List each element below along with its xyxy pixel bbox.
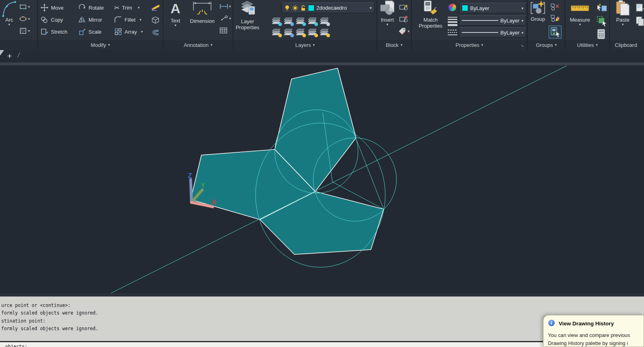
layer-lock-button[interactable]: [308, 18, 318, 26]
match-properties-button[interactable]: Match Properties: [415, 0, 446, 29]
layer-dropdown-caret-icon: ▾: [370, 6, 372, 10]
scale-button[interactable]: Scale: [78, 26, 102, 37]
properties-dialog-launcher-icon[interactable]: ↘: [521, 43, 524, 48]
layer-on-button[interactable]: [272, 29, 282, 37]
trim-button[interactable]: ✂ Trim ▾: [114, 2, 139, 13]
copy-clip-button[interactable]: [636, 16, 644, 26]
stretch-label: Stretch: [51, 29, 67, 35]
object-color-value: ByLayer: [470, 5, 489, 11]
insert-icon: [380, 0, 395, 17]
hatch-caret-icon: ▾: [28, 29, 30, 33]
array-button[interactable]: Array ▾: [114, 26, 143, 37]
fillet-caret-icon: ▾: [139, 18, 141, 22]
trim-caret-icon: ▾: [138, 6, 140, 10]
measure-ruler-icon: [570, 0, 590, 17]
panel-clipboard: Paste ▾ ✂ Clipboard: [610, 0, 644, 50]
copy-button[interactable]: Copy: [40, 14, 63, 25]
linetype-dropdown[interactable]: ByLayer ▾: [459, 27, 526, 38]
ungroup-button[interactable]: [550, 3, 560, 11]
group-selection-toggle[interactable]: [549, 26, 561, 38]
dimension-button[interactable]: Dimension: [186, 0, 219, 24]
lineweight-dropdown[interactable]: ByLayer ▾: [459, 15, 526, 26]
leader-caret-icon: ▾: [229, 17, 231, 20]
stretch-button[interactable]: Stretch: [40, 26, 67, 37]
scale-label: Scale: [89, 29, 102, 35]
panel-utilities-label[interactable]: Utilities ▾: [566, 40, 609, 50]
rotate-button[interactable]: Rotate: [78, 2, 104, 13]
layer-dropdown[interactable]: 2dodecaedro ▾: [282, 2, 374, 13]
array-caret-icon: ▾: [141, 30, 143, 34]
text-caret-icon: ▾: [175, 24, 177, 27]
mirror-button[interactable]: Mirror: [78, 14, 102, 25]
layer-properties-button[interactable]: Layer Properties: [235, 0, 260, 30]
panel-layers-label[interactable]: Layers ▾: [233, 40, 376, 50]
move-button[interactable]: Move: [40, 2, 64, 13]
current-layer-name: 2dodecaedro: [316, 5, 347, 11]
attribute-tag-icon: [398, 27, 407, 35]
quick-select-button[interactable]: [596, 2, 607, 13]
edit-block-button[interactable]: [399, 15, 409, 23]
panel-modify-label[interactable]: Modify ▾: [38, 40, 163, 50]
cut-button[interactable]: ✂: [636, 3, 644, 13]
text-button[interactable]: A Text ▾: [167, 0, 184, 27]
fillet-button[interactable]: Fillet ▾: [114, 14, 141, 25]
paste-label: Paste: [616, 17, 629, 23]
create-block-button[interactable]: [399, 3, 409, 11]
group-edit-icon: [550, 14, 560, 22]
drawing-history-popup[interactable]: i View Drawing History You can view and …: [543, 315, 644, 347]
measure-caret-icon: ▾: [579, 23, 581, 26]
layer-thaw-icon: [296, 29, 306, 37]
insert-button[interactable]: Insert ▾: [378, 0, 396, 26]
ribbon: Arc ▾ ▾ ▾ ▾: [0, 0, 644, 50]
layer-match-button[interactable]: [320, 29, 330, 37]
group-edit-button[interactable]: [550, 14, 560, 22]
object-color-dropdown[interactable]: ByLayer ▾: [459, 3, 526, 13]
command-prompt-text: objects:: [5, 344, 27, 347]
linear-dimension-button[interactable]: ▾: [219, 3, 231, 10]
layer-properties-label: Layer Properties: [235, 18, 260, 30]
layer-freeze-button[interactable]: [296, 18, 306, 26]
table-button[interactable]: [219, 27, 227, 34]
measure-button[interactable]: Measure ▾: [568, 0, 592, 26]
layer-off-icon: [272, 18, 282, 26]
new-drawing-tab-button[interactable]: +: [5, 51, 14, 61]
offset-button[interactable]: [151, 29, 159, 36]
layer-isolate-button[interactable]: [284, 18, 294, 26]
panel-clipboard-label[interactable]: Clipboard: [610, 40, 644, 50]
arc-icon: [2, 0, 16, 17]
group-icon: [530, 0, 546, 16]
panel-properties-label[interactable]: Properties ▾ ↘: [412, 40, 527, 50]
layer-thaw-button[interactable]: [296, 29, 306, 37]
quick-calculator-button[interactable]: [597, 29, 606, 39]
layer-unlock-icon: [308, 29, 318, 37]
id-point-button[interactable]: [596, 15, 607, 26]
layer-unlock-button[interactable]: [308, 29, 318, 37]
panel-block: Insert ▾: [377, 0, 412, 50]
layer-off-button[interactable]: [272, 18, 282, 26]
arc-button[interactable]: Arc ▾: [1, 0, 18, 26]
groups-label-text: Groups: [536, 42, 553, 48]
modify-panel-caret-icon: ▾: [108, 43, 110, 47]
ellipse-tool[interactable]: ▾: [19, 15, 30, 22]
layer-make-current-button[interactable]: [320, 18, 330, 26]
drawing-viewport[interactable]: Z Y X: [0, 65, 644, 293]
rectangle-tool[interactable]: ▾: [19, 3, 30, 10]
define-attributes-button[interactable]: ▾: [398, 27, 410, 35]
erase-button[interactable]: [151, 3, 160, 11]
layer-unisolate-button[interactable]: [284, 29, 294, 37]
hatch-tool[interactable]: ▾: [19, 27, 30, 34]
leader-button[interactable]: ▾: [219, 15, 231, 22]
linetype-icon: [448, 30, 457, 35]
rotate-icon: [78, 4, 86, 12]
panel-annotation-label[interactable]: Annotation ▾: [163, 40, 233, 50]
panel-block-label[interactable]: Block ▾: [377, 40, 411, 50]
trim-icon: ✂: [114, 4, 119, 12]
paste-button[interactable]: Paste ▾: [612, 0, 633, 26]
panel-groups-label[interactable]: Groups ▾: [528, 40, 565, 50]
group-button[interactable]: Group: [529, 0, 547, 22]
layer-unisolate-icon: [284, 29, 294, 37]
eraser-icon: [151, 3, 160, 11]
edit-block-icon: [399, 15, 409, 23]
explode-button[interactable]: [151, 16, 159, 24]
ucs-x-label: X: [211, 198, 216, 206]
